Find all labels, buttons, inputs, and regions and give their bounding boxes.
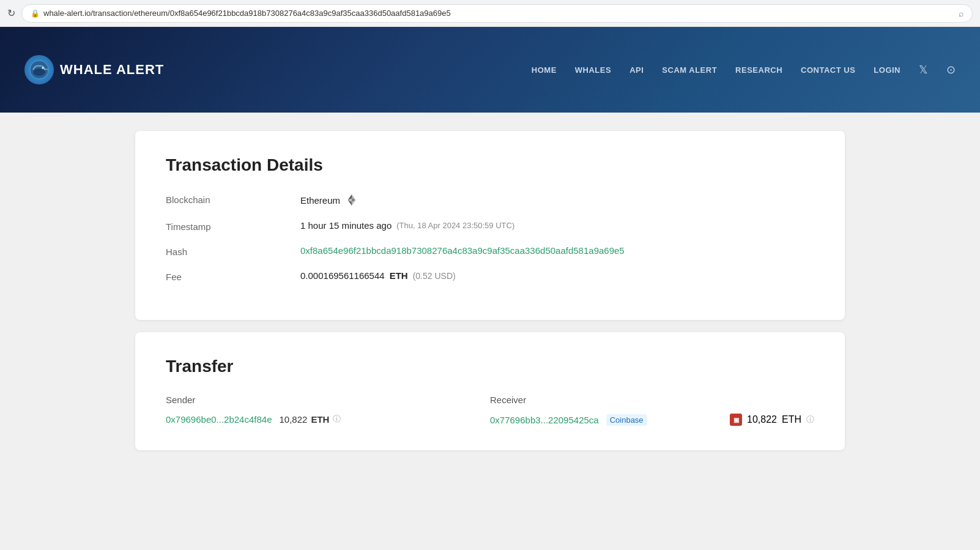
logo-area[interactable]: WHALE ALERT xyxy=(24,55,164,84)
nav-home[interactable]: HOME xyxy=(532,65,557,75)
main-nav: HOME WHALES API SCAM ALERT RESEARCH CONT… xyxy=(532,63,956,76)
receiver-label: Receiver xyxy=(490,395,814,405)
fee-row: Fee 0.000169561166544 ETH (0.52 USD) xyxy=(166,270,814,282)
sender-label: Sender xyxy=(166,395,490,405)
hash-row: Hash 0xf8a654e96f21bbcda918b7308276a4c83… xyxy=(166,245,814,257)
logo-icon xyxy=(24,55,54,84)
timestamp-absolute: (Thu, 18 Apr 2024 23:50:59 UTC) xyxy=(396,221,514,230)
fee-usd: (0.52 USD) xyxy=(413,271,456,281)
settings-icon[interactable]: ⊙ xyxy=(946,63,956,76)
transfer-columns: Sender 0x79696be0...2b24c4f84e 10,822 ET… xyxy=(166,395,814,426)
transaction-details-title: Transaction Details xyxy=(166,155,814,175)
blockchain-row: Blockchain Ethereum xyxy=(166,193,814,207)
fee-eth-amount: 0.000169561166544 xyxy=(300,270,385,281)
transfer-title: Transfer xyxy=(166,357,814,376)
nav-contact-us[interactable]: CONTACT US xyxy=(801,65,855,75)
refresh-icon[interactable]: ↻ xyxy=(7,7,15,19)
fee-value: 0.000169561166544 ETH (0.52 USD) xyxy=(300,270,456,281)
timestamp-relative: 1 hour 15 minutes ago xyxy=(300,220,392,231)
fee-label: Fee xyxy=(166,270,300,282)
hash-value: 0xf8a654e96f21bbcda918b7308276a4c83a9c9a… xyxy=(300,245,625,256)
receiver-amount: ▣ 10,822 ETH ⓘ xyxy=(730,414,814,426)
nav-scam-alert[interactable]: SCAM ALERT xyxy=(662,65,717,75)
receiver-address[interactable]: 0x77696bb3...22095425ca xyxy=(490,415,599,425)
timestamp-value: 1 hour 15 minutes ago (Thu, 18 Apr 2024 … xyxy=(300,220,514,231)
receiver-info-icon[interactable]: ⓘ xyxy=(806,414,814,425)
sender-info-icon[interactable]: ⓘ xyxy=(333,414,341,425)
twitter-icon[interactable]: 𝕏 xyxy=(919,63,928,76)
blockchain-value: Ethereum xyxy=(300,193,358,207)
logo-text: WHALE ALERT xyxy=(60,62,164,78)
main-content: Transaction Details Blockchain Ethereum … xyxy=(123,113,857,481)
sender-address[interactable]: 0x79696be0...2b24c4f84e xyxy=(166,414,272,425)
sender-amount: 10,822 ETH ⓘ xyxy=(280,414,341,425)
receiver-alert-icon: ▣ xyxy=(730,414,742,426)
blockchain-label: Blockchain xyxy=(166,193,300,205)
sender-row: 0x79696be0...2b24c4f84e 10,822 ETH ⓘ xyxy=(166,414,490,425)
svg-point-2 xyxy=(42,67,44,69)
nav-research[interactable]: RESEARCH xyxy=(735,65,782,75)
ethereum-icon xyxy=(345,193,358,207)
hash-link[interactable]: 0xf8a654e96f21bbcda918b7308276a4c83a9c9a… xyxy=(300,245,625,256)
transfer-card: Transfer Sender 0x79696be0...2b24c4f84e … xyxy=(135,332,845,450)
receiver-column: Receiver 0x77696bb3...22095425ca Coinbas… xyxy=(490,395,814,426)
fee-eth-unit: ETH xyxy=(390,270,408,281)
browser-chrome: ↻ 🔒 whale-alert.io/transaction/ethereum/… xyxy=(0,0,980,27)
sender-amount-value: 10,822 xyxy=(280,414,308,425)
sender-column: Sender 0x79696be0...2b24c4f84e 10,822 ET… xyxy=(166,395,490,426)
secure-icon: 🔒 xyxy=(31,9,40,18)
url-text: whale-alert.io/transaction/ethereum/0xf8… xyxy=(43,9,451,18)
timestamp-row: Timestamp 1 hour 15 minutes ago (Thu, 18… xyxy=(166,220,814,232)
sender-unit: ETH xyxy=(311,414,329,425)
nav-whales[interactable]: WHALES xyxy=(575,65,611,75)
nav-login[interactable]: LOGIN xyxy=(874,65,900,75)
receiver-row: 0x77696bb3...22095425ca Coinbase ▣ 10,82… xyxy=(490,414,814,426)
receiver-amount-value: 10,822 xyxy=(747,414,777,425)
nav-api[interactable]: API xyxy=(629,65,644,75)
transaction-details-card: Transaction Details Blockchain Ethereum … xyxy=(135,131,845,320)
svg-point-1 xyxy=(33,69,45,76)
browser-search-icon[interactable]: ⌕ xyxy=(959,9,963,18)
site-header: WHALE ALERT HOME WHALES API SCAM ALERT R… xyxy=(0,27,980,113)
timestamp-label: Timestamp xyxy=(166,220,300,232)
receiver-unit: ETH xyxy=(782,414,801,425)
exchange-badge: Coinbase xyxy=(606,414,647,426)
url-bar[interactable]: 🔒 whale-alert.io/transaction/ethereum/0x… xyxy=(21,4,973,23)
hash-label: Hash xyxy=(166,245,300,257)
